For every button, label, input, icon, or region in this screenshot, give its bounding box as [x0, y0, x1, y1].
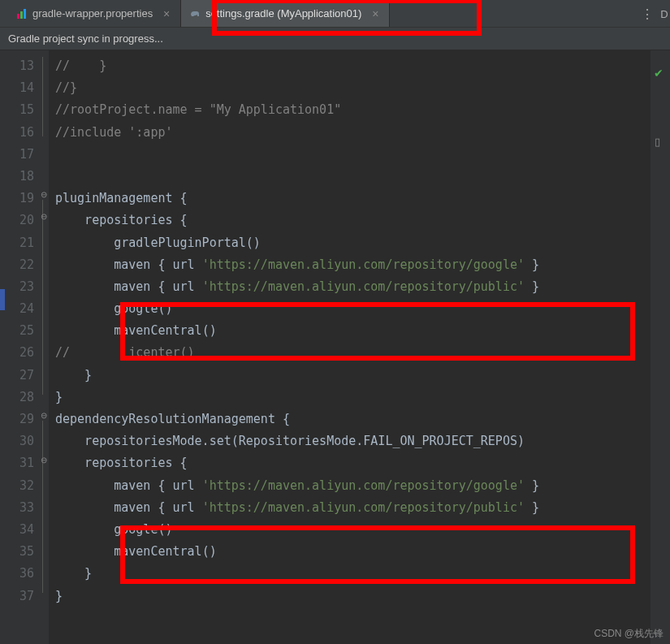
tab-settings-gradle[interactable]: settings.gradle (MyApplication01) × — [181, 0, 390, 27]
code-line[interactable]: maven { url 'https://maven.aliyun.com/re… — [49, 475, 650, 497]
code-line[interactable]: //rootProject.name = "My Application01" — [49, 99, 650, 121]
line-number: 37 — [0, 586, 34, 607]
code-line[interactable]: // } — [49, 55, 650, 77]
line-number: 33 — [0, 497, 34, 519]
line-number: 25 — [0, 320, 34, 342]
code-line[interactable]: } — [49, 365, 650, 387]
tab-label: settings.gradle (MyApplication01) — [205, 7, 361, 19]
line-number: 30 — [0, 430, 34, 452]
watermark: CSDN @栈先锋 — [594, 627, 664, 641]
code-line[interactable] — [49, 166, 650, 188]
line-number: 26 — [0, 342, 34, 364]
code-line[interactable]: } — [49, 387, 650, 408]
code-line[interactable]: repositories { — [49, 210, 650, 231]
fold-area: ⊖ ⊖ ⊖ ⊖ — [37, 50, 49, 644]
line-number: 28 — [0, 387, 34, 408]
tab-label: gradle-wrapper.properties — [32, 7, 153, 19]
close-icon[interactable]: × — [370, 8, 381, 19]
line-number: 19 — [0, 188, 34, 210]
code-line[interactable]: } — [49, 563, 650, 585]
gradle-icon — [16, 8, 28, 19]
code-line[interactable]: //} — [49, 77, 650, 99]
code-line[interactable]: mavenCentral() — [49, 541, 650, 563]
code-line[interactable]: gradlePluginPortal() — [49, 232, 650, 254]
fold-marker[interactable]: ⊖ — [39, 411, 47, 419]
line-number: 29 — [0, 408, 34, 430]
code-line[interactable] — [49, 144, 650, 166]
line-number: 18 — [0, 166, 34, 188]
line-number: 20 — [0, 210, 34, 231]
code-line[interactable]: maven { url 'https://maven.aliyun.com/re… — [49, 276, 650, 298]
sync-status-text: Gradle project sync in progress... — [8, 32, 163, 45]
fold-marker[interactable]: ⊖ — [39, 212, 47, 220]
svg-rect-1 — [20, 11, 23, 19]
doc-icon: ▯ — [655, 136, 660, 148]
fold-marker[interactable]: ⊖ — [39, 456, 47, 464]
code-line[interactable]: pluginManagement { — [49, 188, 650, 210]
active-line-marker — [0, 289, 5, 310]
line-number: 13 — [0, 55, 34, 77]
elephant-icon — [189, 8, 201, 19]
line-number: 16 — [0, 122, 34, 144]
code-line[interactable]: repositoriesMode.set(RepositoriesMode.FA… — [49, 430, 650, 452]
code-line[interactable]: maven { url 'https://maven.aliyun.com/re… — [49, 254, 650, 276]
line-number: 35 — [0, 541, 34, 563]
code-line[interactable]: google() — [49, 298, 650, 320]
close-icon[interactable]: × — [161, 8, 172, 19]
line-number: 36 — [0, 563, 34, 585]
line-number: 21 — [0, 232, 34, 254]
code-line[interactable]: //include ':app' — [49, 122, 650, 144]
code-line[interactable]: } — [49, 586, 650, 607]
status-bar: Gradle project sync in progress... — [0, 28, 670, 50]
line-number: 24 — [0, 298, 34, 320]
code-area[interactable]: // }//}//rootProject.name = "My Applicat… — [49, 50, 650, 644]
code-line[interactable]: mavenCentral() — [49, 320, 650, 342]
line-number: 31 — [0, 452, 34, 474]
tab-menu-dots[interactable]: ⋮ — [641, 0, 654, 28]
tab-bar: gradle-wrapper.properties × settings.gra… — [0, 0, 670, 28]
code-line[interactable]: dependencyResolutionManagement { — [49, 408, 650, 430]
line-number: 15 — [0, 99, 34, 121]
line-number: 17 — [0, 144, 34, 166]
line-gutter: 1314151617181920212223242526272829303132… — [0, 50, 49, 644]
code-line[interactable]: maven { url 'https://maven.aliyun.com/re… — [49, 497, 650, 519]
right-panel-letter: D — [659, 0, 670, 28]
fold-marker[interactable]: ⊖ — [39, 190, 47, 198]
line-number: 23 — [0, 276, 34, 298]
tab-gradle-wrapper[interactable]: gradle-wrapper.properties × — [8, 0, 181, 27]
svg-rect-2 — [24, 9, 26, 19]
line-number: 14 — [0, 77, 34, 99]
line-number: 22 — [0, 254, 34, 276]
line-number: 32 — [0, 475, 34, 497]
inspection-gutter: ✔ ▯ — [650, 50, 670, 644]
code-line[interactable]: // jcenter() — [49, 342, 650, 364]
code-editor[interactable]: 1314151617181920212223242526272829303132… — [0, 50, 670, 644]
check-icon: ✔ — [654, 67, 664, 80]
code-line[interactable]: repositories { — [49, 452, 650, 474]
code-line[interactable]: google() — [49, 519, 650, 541]
line-number: 34 — [0, 519, 34, 541]
svg-rect-0 — [17, 14, 19, 19]
line-number: 27 — [0, 365, 34, 387]
